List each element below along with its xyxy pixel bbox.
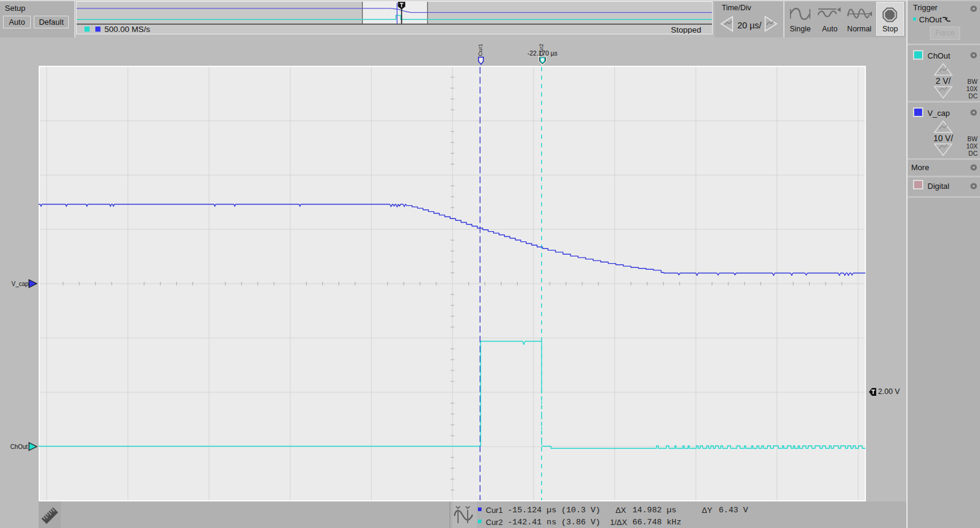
svg-text:500.00 MS/s: 500.00 MS/s — [104, 25, 150, 34]
svg-text:Stopped: Stopped — [671, 25, 701, 34]
